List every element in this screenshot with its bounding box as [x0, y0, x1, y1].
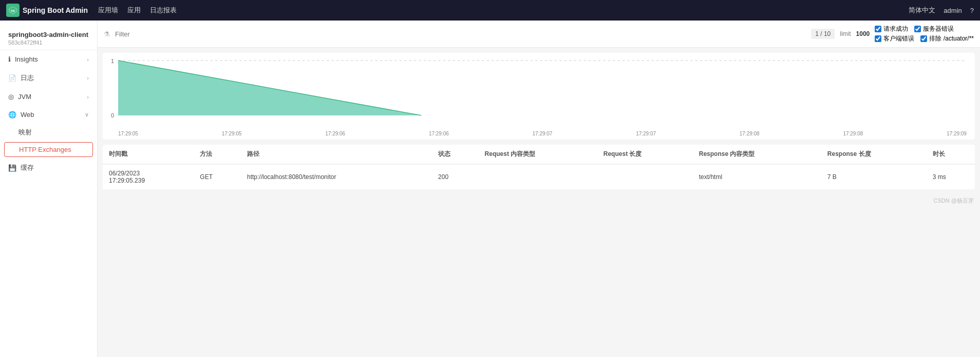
- sidebar-insights-label: Insights: [15, 55, 38, 63]
- sidebar-jvm-label: JVM: [18, 93, 31, 101]
- app-name: springboot3-admin-client: [8, 31, 89, 38]
- chevron-right-icon-3: ›: [87, 94, 89, 100]
- limit-value: 1000: [856, 30, 870, 37]
- nav-link-1[interactable]: 应用: [127, 6, 141, 15]
- cell-status: 200: [432, 164, 478, 190]
- col-status: 状态: [432, 145, 478, 164]
- col-response-length: Response 长度: [821, 145, 927, 164]
- col-request-length: Request 长度: [597, 145, 693, 164]
- top-nav: SB Spring Boot Admin 应用墙 应用 日志报表 简体中文 ad…: [0, 0, 980, 21]
- sidebar-item-cache[interactable]: 💾 缓存: [0, 158, 97, 177]
- brand-name: Spring Boot Admin: [23, 6, 88, 14]
- col-method: 方法: [194, 145, 241, 164]
- table-head: 时间戳 方法 路径 状态 Request 内容类型 Request 长度 Res…: [103, 145, 975, 164]
- sidebar: springboot3-admin-client 583c8472ff41 ℹ …: [0, 21, 98, 357]
- cell-response-length: 7 B: [821, 164, 927, 190]
- chart-y-min: 0: [111, 112, 114, 118]
- col-duration: 时长: [927, 145, 975, 164]
- insights-icon: ℹ: [8, 55, 11, 63]
- x-label-8: 17:29:09: [947, 131, 967, 136]
- checkbox-exclude-actuator-label: 排除 /actuator/**: [929, 34, 974, 43]
- col-path: 路径: [241, 145, 432, 164]
- sidebar-sub-http-exchanges[interactable]: HTTP Exchanges: [4, 142, 93, 157]
- sidebar-cache-label: 缓存: [21, 163, 34, 172]
- chevron-right-icon: ›: [87, 56, 89, 63]
- footer-note: CSDN @杨豆芽: [98, 195, 980, 207]
- cell-response-content-type: text/html: [693, 164, 821, 190]
- chart-x-labels: 17:29:05 17:29:05 17:29:06 17:29:06 17:2…: [111, 131, 967, 136]
- logs-icon: 📄: [8, 74, 16, 82]
- svg-marker-3: [118, 61, 967, 115]
- filter-icon: ⚗: [104, 30, 110, 38]
- sidebar-item-jvm[interactable]: ◎ JVM ›: [0, 88, 97, 106]
- x-label-1: 17:29:05: [222, 131, 242, 136]
- filter-pagination: 1 / 10: [811, 29, 835, 39]
- sidebar-logs-label: 日志: [21, 73, 34, 83]
- filter-bar: ⚗ 1 / 10 limit 1000 请求成功 服务器错误: [98, 21, 980, 48]
- nav-link-2[interactable]: 日志报表: [150, 6, 177, 15]
- table-body: 06/29/202317:29:05.239 GET http://localh…: [103, 164, 975, 190]
- x-label-5: 17:29:07: [636, 131, 656, 136]
- cell-duration: 3 ms: [927, 164, 975, 190]
- table-section: 时间戳 方法 路径 状态 Request 内容类型 Request 长度 Res…: [103, 145, 975, 190]
- table-header-row: 时间戳 方法 路径 状态 Request 内容类型 Request 长度 Res…: [103, 145, 975, 164]
- checkbox-server-error[interactable]: 服务器错误: [914, 25, 954, 33]
- nav-right: 简体中文 admin ?: [909, 6, 974, 15]
- main-layout: springboot3-admin-client 583c8472ff41 ℹ …: [0, 21, 980, 357]
- chart-y-max: 1: [111, 58, 114, 64]
- brand: SB Spring Boot Admin: [6, 4, 88, 17]
- chart-wrap: 1 0: [111, 58, 967, 130]
- filter-input-wrap: [115, 30, 806, 38]
- chevron-right-icon-2: ›: [87, 75, 89, 81]
- sidebar-item-insights[interactable]: ℹ Insights ›: [0, 50, 97, 68]
- jvm-icon: ◎: [8, 93, 14, 101]
- main-content: ⚗ 1 / 10 limit 1000 请求成功 服务器错误: [98, 21, 980, 357]
- sidebar-web-label: Web: [21, 111, 34, 118]
- cell-request-content-type: [479, 164, 597, 190]
- svg-text:SB: SB: [11, 9, 15, 12]
- checkbox-request-success-label: 请求成功: [883, 25, 908, 33]
- x-label-0: 17:29:05: [118, 131, 138, 136]
- x-label-2: 17:29:06: [325, 131, 345, 136]
- x-label-6: 17:29:08: [740, 131, 760, 136]
- filter-checkboxes: 请求成功 服务器错误 客户端错误 排除 /actuator/**: [875, 25, 974, 43]
- user-menu[interactable]: admin: [944, 7, 962, 14]
- x-label-4: 17:29:07: [533, 131, 553, 136]
- filter-input[interactable]: [115, 30, 806, 38]
- cell-path: http://localhost:8080/test/monitor: [241, 164, 432, 190]
- sidebar-item-logs[interactable]: 📄 日志 ›: [0, 68, 97, 88]
- sidebar-item-web[interactable]: 🌐 Web ∨: [0, 106, 97, 124]
- web-icon: 🌐: [8, 111, 16, 118]
- chevron-down-icon: ∨: [85, 111, 89, 118]
- sidebar-sub-mapping[interactable]: 映射: [0, 124, 97, 141]
- checkbox-client-error-label: 客户端错误: [883, 34, 914, 43]
- mapping-label: 映射: [18, 128, 32, 136]
- col-timestamp: 时间戳: [103, 145, 194, 164]
- x-label-7: 17:29:08: [843, 131, 863, 136]
- app-id: 583c8472ff41: [8, 39, 89, 46]
- sidebar-header: springboot3-admin-client 583c8472ff41: [0, 25, 97, 50]
- nav-link-0[interactable]: 应用墙: [98, 6, 118, 15]
- x-label-3: 17:29:06: [429, 131, 449, 136]
- checkbox-client-error[interactable]: 客户端错误: [875, 34, 914, 43]
- table-row: 06/29/202317:29:05.239 GET http://localh…: [103, 164, 975, 190]
- checkbox-request-success[interactable]: 请求成功: [875, 25, 908, 33]
- checkbox-exclude-actuator[interactable]: 排除 /actuator/**: [920, 34, 974, 43]
- chart-area: 1 0 17:29:05 17:29:05 17:29:06 17:29:06 …: [103, 53, 975, 140]
- exchanges-table: 时间戳 方法 路径 状态 Request 内容类型 Request 长度 Res…: [103, 145, 975, 190]
- http-exchanges-label: HTTP Exchanges: [19, 146, 71, 153]
- cell-request-length: [597, 164, 693, 190]
- language-selector[interactable]: 简体中文: [909, 6, 935, 15]
- col-response-content-type: Response 内容类型: [693, 145, 821, 164]
- cell-method: GET: [194, 164, 241, 190]
- brand-logo: SB: [6, 4, 20, 17]
- col-request-content-type: Request 内容类型: [479, 145, 597, 164]
- chart-svg: [118, 58, 967, 117]
- nav-links: 应用墙 应用 日志报表: [98, 6, 898, 15]
- help-icon[interactable]: ?: [970, 7, 974, 14]
- cache-icon: 💾: [8, 164, 16, 172]
- checkbox-server-error-label: 服务器错误: [923, 25, 954, 33]
- limit-label: limit: [840, 30, 851, 37]
- cell-timestamp: 06/29/202317:29:05.239: [103, 164, 194, 190]
